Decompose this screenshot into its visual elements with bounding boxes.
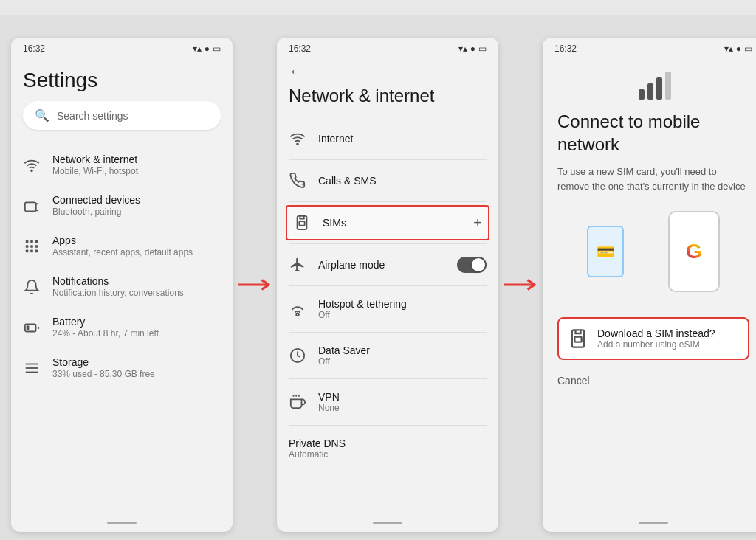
vpn-text: VPN None <box>318 391 340 413</box>
internet-icon <box>289 130 306 148</box>
network-item-hotspot[interactable]: Hotspot & tethering Off <box>289 289 487 329</box>
hotspot-label: Hotspot & tethering <box>318 298 407 310</box>
vpn-sub: None <box>318 403 340 413</box>
network-item-datasaver[interactable]: Data Saver Off <box>289 336 487 375</box>
sims-add-icon[interactable]: + <box>473 215 482 232</box>
battery-status-icon-2: ▭ <box>478 44 487 54</box>
settings-item-apps[interactable]: Apps Assistant, recent apps, default app… <box>23 226 221 266</box>
notifications-item-text: Notifications Notification history, conv… <box>52 275 184 298</box>
divider-2 <box>289 201 487 202</box>
network-item-airplane[interactable]: Airplane mode <box>289 247 487 283</box>
divider-4 <box>289 285 487 286</box>
search-bar-text: Search settings <box>57 110 128 122</box>
svg-point-0 <box>31 170 32 171</box>
svg-rect-18 <box>299 221 304 226</box>
screen3-connect: 16:32 ▾▴ ● ▭ Connect to mobile network T… <box>543 38 756 532</box>
settings-item-network[interactable]: Network & internet Mobile, Wi-Fi, hotspo… <box>23 145 221 185</box>
settings-item-connected[interactable]: Connected devices Bluetooth, pairing <box>23 185 221 226</box>
datasaver-label: Data Saver <box>318 345 370 356</box>
settings-item-storage[interactable]: Storage 33% used - 85.30 GB free <box>23 347 221 388</box>
battery-status-icon-3: ▭ <box>744 44 752 54</box>
wifi-status-icon-2: ● <box>470 44 475 54</box>
svg-rect-6 <box>30 245 33 248</box>
time-1: 16:32 <box>23 44 45 54</box>
network-item-title: Network & internet <box>52 153 138 165</box>
apps-item-title: Apps <box>52 235 193 246</box>
wifi-status-icon-3: ● <box>736 44 741 54</box>
storage-item-title: Storage <box>52 356 155 368</box>
divider-1 <box>289 159 487 160</box>
back-button[interactable]: ← <box>289 63 487 80</box>
svg-rect-7 <box>35 245 38 248</box>
network-item-subtitle: Mobile, Wi-Fi, hotspot <box>52 166 138 176</box>
status-icons-3: ▾▴ ● ▭ <box>724 44 752 54</box>
status-icons-1: ▾▴ ● ▭ <box>193 44 221 54</box>
connected-item-subtitle: Bluetooth, pairing <box>52 207 140 217</box>
svg-rect-24 <box>639 89 645 100</box>
download-sim-title: Download a SIM instead? <box>597 328 715 339</box>
toggle-thumb <box>472 258 485 271</box>
bottom-bar-2 <box>277 517 498 532</box>
connected-item-title: Connected devices <box>52 194 140 206</box>
apps-item-text: Apps Assistant, recent apps, default app… <box>52 235 193 257</box>
svg-rect-26 <box>656 77 662 100</box>
download-sim-text: Download a SIM instead? Add a number usi… <box>597 328 715 350</box>
devices-icon <box>23 197 41 215</box>
network-item-vpn[interactable]: VPN None <box>289 382 487 422</box>
main-container: 16:32 ▾▴ ● ▭ Settings 🔍 Search settings <box>0 15 756 540</box>
bottom-indicator-3 <box>639 522 668 524</box>
calls-icon <box>289 172 306 190</box>
airplane-toggle[interactable] <box>457 257 487 273</box>
svg-point-16 <box>297 143 298 145</box>
svg-rect-10 <box>35 249 38 252</box>
screen2-network: 16:32 ▾▴ ● ▭ ← Network & internet <box>277 38 498 532</box>
search-bar[interactable]: 🔍 Search settings <box>23 101 221 130</box>
settings-item-battery[interactable]: Battery 24% - About 8 hr, 7 min left <box>23 307 221 347</box>
hotspot-sub: Off <box>318 310 407 320</box>
battery-item-subtitle: 24% - About 8 hr, 7 min left <box>52 328 159 339</box>
airplane-icon <box>289 256 306 274</box>
status-bar-3: 16:32 ▾▴ ● ▭ <box>543 38 756 57</box>
divider-3 <box>289 243 487 244</box>
status-icons-2: ▾▴ ● ▭ <box>458 44 487 54</box>
signal-icon-2: ▾▴ <box>458 44 467 54</box>
status-bar-1: 16:32 ▾▴ ● ▭ <box>11 38 233 57</box>
search-icon: 🔍 <box>35 108 49 122</box>
divider-7 <box>289 425 487 426</box>
storage-item-text: Storage 33% used - 85.30 GB free <box>52 356 155 379</box>
google-logo: G <box>686 240 702 263</box>
download-sim-box[interactable]: Download a SIM instead? Add a number usi… <box>557 317 749 360</box>
network-item-dns[interactable]: Private DNS Automatic <box>289 429 487 468</box>
svg-point-19 <box>296 314 299 316</box>
wifi-icon <box>23 156 41 174</box>
settings-item-notifications[interactable]: Notifications Notification history, conv… <box>23 266 221 307</box>
svg-rect-1 <box>25 202 36 211</box>
svg-rect-4 <box>35 240 38 243</box>
network-item-sims[interactable]: SIMs + <box>286 205 489 240</box>
screen3-content: Connect to mobile network To use a new S… <box>543 57 756 517</box>
apps-item-subtitle: Assistant, recent apps, default apps <box>52 247 193 257</box>
network-item-calls[interactable]: Calls & SMS <box>289 163 487 198</box>
calls-label: Calls & SMS <box>318 175 487 187</box>
storage-item-subtitle: 33% used - 85.30 GB free <box>52 369 155 379</box>
network-item-internet[interactable]: Internet <box>289 121 487 156</box>
storage-icon <box>23 359 41 377</box>
sim-card-outline: 💳 <box>587 226 624 277</box>
hotspot-text: Hotspot & tethering Off <box>318 298 407 320</box>
time-3: 16:32 <box>554 44 577 54</box>
battery-status-icon-1: ▭ <box>213 44 221 54</box>
network-title: Network & internet <box>289 86 487 106</box>
arrow-2 <box>498 276 543 294</box>
datasaver-sub: Off <box>318 356 370 367</box>
screen1-content: Settings 🔍 Search settings Network & int… <box>11 57 233 517</box>
sim-illustration: 💳 G <box>557 211 749 300</box>
sim-icon <box>293 214 311 232</box>
svg-rect-9 <box>30 249 33 252</box>
dns-label: Private DNS <box>289 437 346 449</box>
signal-icon-1: ▾▴ <box>193 44 202 54</box>
cancel-button[interactable]: Cancel <box>557 372 749 390</box>
time-2: 16:32 <box>289 44 311 54</box>
bottom-bar-3 <box>543 517 756 532</box>
svg-rect-3 <box>30 240 33 243</box>
svg-rect-25 <box>647 83 653 100</box>
